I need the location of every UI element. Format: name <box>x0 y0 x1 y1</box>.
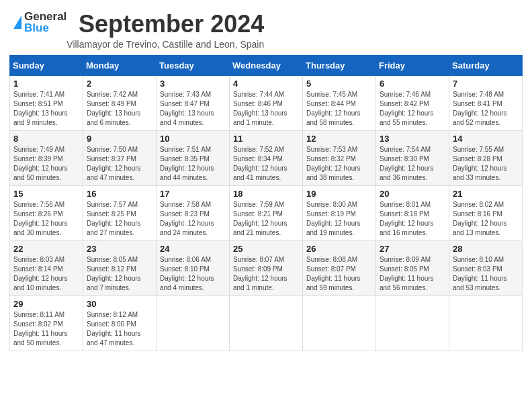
calendar-cell: 21Sunrise: 8:02 AMSunset: 8:16 PMDayligh… <box>449 185 523 240</box>
day-number: 18 <box>233 189 299 199</box>
day-number: 20 <box>380 189 445 199</box>
day-number: 21 <box>453 189 519 199</box>
day-info: Sunrise: 7:58 AMSunset: 8:23 PMDaylight:… <box>160 200 226 238</box>
calendar-cell: 25Sunrise: 8:07 AMSunset: 8:09 PMDayligh… <box>230 240 303 295</box>
day-info: Sunrise: 8:08 AMSunset: 8:07 PMDaylight:… <box>306 255 372 293</box>
calendar-week-row: 1Sunrise: 7:41 AMSunset: 8:51 PMDaylight… <box>10 75 523 130</box>
calendar-cell: 28Sunrise: 8:10 AMSunset: 8:03 PMDayligh… <box>449 240 523 295</box>
calendar-cell: 19Sunrise: 8:00 AMSunset: 8:19 PMDayligh… <box>303 185 376 240</box>
day-info: Sunrise: 8:12 AMSunset: 8:00 PMDaylight:… <box>87 310 152 348</box>
day-info: Sunrise: 8:05 AMSunset: 8:12 PMDaylight:… <box>87 255 152 293</box>
calendar-cell: 26Sunrise: 8:08 AMSunset: 8:07 PMDayligh… <box>303 240 376 295</box>
calendar-cell: 30Sunrise: 8:12 AMSunset: 8:00 PMDayligh… <box>83 295 157 351</box>
day-info: Sunrise: 8:02 AMSunset: 8:16 PMDaylight:… <box>453 200 519 238</box>
calendar-dow-thursday: Thursday <box>303 55 376 75</box>
calendar-cell: 17Sunrise: 7:58 AMSunset: 8:23 PMDayligh… <box>157 185 230 240</box>
day-info: Sunrise: 8:10 AMSunset: 8:03 PMDaylight:… <box>453 255 519 293</box>
calendar-cell: 3Sunrise: 7:43 AMSunset: 8:47 PMDaylight… <box>157 75 230 130</box>
day-info: Sunrise: 7:42 AMSunset: 8:49 PMDaylight:… <box>87 90 152 128</box>
logo-text: General Blue <box>24 11 66 34</box>
day-info: Sunrise: 7:56 AMSunset: 8:26 PMDaylight:… <box>13 200 79 238</box>
title-block: September 2024 Villamayor de Trevino, Ca… <box>66 11 264 50</box>
day-info: Sunrise: 7:44 AMSunset: 8:46 PMDaylight:… <box>233 90 299 128</box>
calendar-week-row: 29Sunrise: 8:11 AMSunset: 8:02 PMDayligh… <box>10 295 523 351</box>
calendar-cell: 23Sunrise: 8:05 AMSunset: 8:12 PMDayligh… <box>83 240 157 295</box>
calendar-cell: 20Sunrise: 8:01 AMSunset: 8:18 PMDayligh… <box>376 185 449 240</box>
day-number: 27 <box>380 244 445 254</box>
calendar-dow-saturday: Saturday <box>449 55 523 75</box>
calendar-table: SundayMondayTuesdayWednesdayThursdayFrid… <box>9 55 523 351</box>
day-number: 19 <box>306 189 372 199</box>
calendar-cell: 24Sunrise: 8:06 AMSunset: 8:10 PMDayligh… <box>157 240 230 295</box>
day-number: 14 <box>453 134 519 144</box>
day-number: 25 <box>233 244 299 254</box>
day-info: Sunrise: 7:49 AMSunset: 8:39 PMDaylight:… <box>13 145 79 183</box>
calendar-dow-monday: Monday <box>83 55 157 75</box>
calendar-dow-tuesday: Tuesday <box>157 55 230 75</box>
day-info: Sunrise: 7:59 AMSunset: 8:21 PMDaylight:… <box>233 200 299 238</box>
calendar-cell: 15Sunrise: 7:56 AMSunset: 8:26 PMDayligh… <box>10 185 83 240</box>
day-number: 28 <box>453 244 519 254</box>
calendar-cell: 14Sunrise: 7:55 AMSunset: 8:28 PMDayligh… <box>449 130 523 185</box>
day-info: Sunrise: 7:53 AMSunset: 8:32 PMDaylight:… <box>306 145 372 183</box>
calendar-week-row: 22Sunrise: 8:03 AMSunset: 8:14 PMDayligh… <box>10 240 523 295</box>
calendar-cell: 29Sunrise: 8:11 AMSunset: 8:02 PMDayligh… <box>10 295 83 351</box>
day-number: 4 <box>233 79 299 89</box>
day-number: 23 <box>87 244 152 254</box>
calendar-cell: 18Sunrise: 7:59 AMSunset: 8:21 PMDayligh… <box>230 185 303 240</box>
day-number: 11 <box>233 134 299 144</box>
calendar-cell: 4Sunrise: 7:44 AMSunset: 8:46 PMDaylight… <box>230 75 303 130</box>
day-info: Sunrise: 7:55 AMSunset: 8:28 PMDaylight:… <box>453 145 519 183</box>
calendar-cell: 13Sunrise: 7:54 AMSunset: 8:30 PMDayligh… <box>376 130 449 185</box>
day-number: 22 <box>13 244 79 254</box>
day-number: 1 <box>13 79 79 89</box>
day-info: Sunrise: 7:43 AMSunset: 8:47 PMDaylight:… <box>160 90 226 128</box>
logo: General Blue <box>13 11 66 34</box>
month-title: September 2024 <box>66 11 264 38</box>
calendar-cell: 16Sunrise: 7:57 AMSunset: 8:25 PMDayligh… <box>83 185 157 240</box>
day-info: Sunrise: 8:01 AMSunset: 8:18 PMDaylight:… <box>380 200 445 238</box>
calendar-cell: 10Sunrise: 7:51 AMSunset: 8:35 PMDayligh… <box>157 130 230 185</box>
day-number: 30 <box>87 299 152 309</box>
day-info: Sunrise: 8:11 AMSunset: 8:02 PMDaylight:… <box>13 310 79 348</box>
day-number: 5 <box>306 79 372 89</box>
calendar-dow-wednesday: Wednesday <box>230 55 303 75</box>
calendar-header-row: SundayMondayTuesdayWednesdayThursdayFrid… <box>10 55 523 75</box>
day-info: Sunrise: 7:41 AMSunset: 8:51 PMDaylight:… <box>13 90 79 128</box>
logo-icon <box>13 15 21 29</box>
day-number: 24 <box>160 244 226 254</box>
calendar-cell <box>303 295 376 351</box>
day-info: Sunrise: 8:07 AMSunset: 8:09 PMDaylight:… <box>233 255 299 293</box>
calendar-cell: 12Sunrise: 7:53 AMSunset: 8:32 PMDayligh… <box>303 130 376 185</box>
day-number: 12 <box>306 134 372 144</box>
day-number: 13 <box>380 134 445 144</box>
calendar-cell <box>449 295 523 351</box>
calendar-week-row: 8Sunrise: 7:49 AMSunset: 8:39 PMDaylight… <box>10 130 523 185</box>
location-subtitle: Villamayor de Trevino, Castille and Leon… <box>66 39 264 50</box>
calendar-week-row: 15Sunrise: 7:56 AMSunset: 8:26 PMDayligh… <box>10 185 523 240</box>
calendar-cell: 27Sunrise: 8:09 AMSunset: 8:05 PMDayligh… <box>376 240 449 295</box>
day-number: 10 <box>160 134 226 144</box>
calendar-cell <box>230 295 303 351</box>
calendar-cell: 1Sunrise: 7:41 AMSunset: 8:51 PMDaylight… <box>10 75 83 130</box>
logo-general: General <box>24 11 66 22</box>
day-info: Sunrise: 7:54 AMSunset: 8:30 PMDaylight:… <box>380 145 445 183</box>
calendar-cell: 8Sunrise: 7:49 AMSunset: 8:39 PMDaylight… <box>10 130 83 185</box>
calendar-dow-friday: Friday <box>376 55 449 75</box>
day-number: 7 <box>453 79 519 89</box>
calendar-dow-sunday: Sunday <box>10 55 83 75</box>
day-number: 9 <box>87 134 152 144</box>
day-info: Sunrise: 8:00 AMSunset: 8:19 PMDaylight:… <box>306 200 372 238</box>
day-number: 6 <box>380 79 445 89</box>
day-number: 3 <box>160 79 226 89</box>
day-info: Sunrise: 7:46 AMSunset: 8:42 PMDaylight:… <box>380 90 445 128</box>
logo-blue: Blue <box>24 22 66 34</box>
day-number: 26 <box>306 244 372 254</box>
day-info: Sunrise: 7:57 AMSunset: 8:25 PMDaylight:… <box>87 200 152 238</box>
day-number: 15 <box>13 189 79 199</box>
calendar-cell <box>376 295 449 351</box>
calendar-cell: 5Sunrise: 7:45 AMSunset: 8:44 PMDaylight… <box>303 75 376 130</box>
day-info: Sunrise: 8:06 AMSunset: 8:10 PMDaylight:… <box>160 255 226 293</box>
calendar-cell: 7Sunrise: 7:48 AMSunset: 8:41 PMDaylight… <box>449 75 523 130</box>
day-number: 2 <box>87 79 152 89</box>
